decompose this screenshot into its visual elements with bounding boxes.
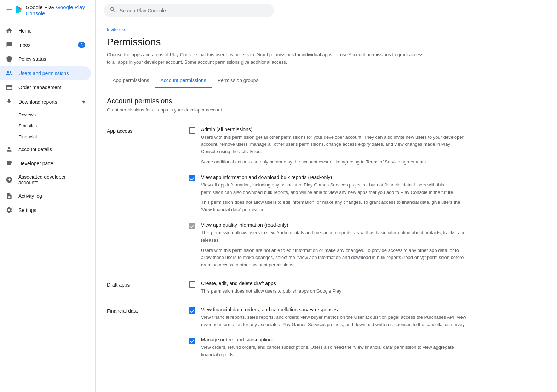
checkbox-draft-apps-box[interactable] [189,281,195,288]
policy-icon [6,56,13,63]
sidebar-item-policy-status[interactable]: Policy status [0,52,91,66]
permission-items-app-access: Admin (all permissions) Users with this … [189,127,546,269]
permission-label-admin: Admin (all permissions) [201,127,466,132]
permission-desc-view-app-info: View all app information, including any … [201,181,466,196]
sidebar-label-download: Download reports [18,99,57,105]
permission-item-view-app-info: View app information and download bulk r… [189,174,546,214]
inbox-badge: 3 [78,42,85,48]
permission-label-view-financial: View financial data, orders, and cancell… [201,307,466,312]
users-icon [6,70,13,77]
sidebar-label-account: Account details [18,146,52,152]
tab-permission-groups[interactable]: Permission groups [212,73,264,88]
checkbox-admin-box[interactable] [189,127,195,134]
sidebar-item-developer-page[interactable]: Developer page [0,156,91,171]
sidebar-label-policy: Policy status [18,56,46,62]
app-title: Google Play Google Play Console [25,4,90,16]
checkbox-view-financial[interactable] [189,307,195,329]
page-title: Permissions [107,36,546,48]
group-label-app-access: App access [107,127,178,269]
sidebar-label-statistics: Statistics [18,123,37,128]
permission-item-view-quality: View app quality information (read-only)… [189,222,546,269]
permission-tabs: App permissions Account permissions Perm… [107,73,546,88]
permission-label-view-quality: View app quality information (read-only) [201,222,466,228]
tab-account-permissions[interactable]: Account permissions [155,73,212,88]
logo-area[interactable]: Google Play Google Play Console [16,4,90,16]
account-icon [6,146,13,153]
inbox-icon [6,41,13,48]
order-icon [6,84,13,91]
sidebar-label-inbox: Inbox [18,42,30,48]
permission-desc-view-quality: This permission allows users to view And… [201,229,466,244]
permission-items-financial: View financial data, orders, and cancell… [189,307,546,359]
sidebar-item-account-details[interactable]: Account details [0,142,91,156]
sidebar-item-reviews[interactable]: Reviews [0,109,95,120]
sidebar-item-home[interactable]: Home [0,24,91,38]
page-description: Choose the apps and areas of Play Consol… [107,51,425,66]
permission-group-draft-apps: Draft apps Create, edit, and delete draf… [107,275,546,301]
sidebar-item-users-permissions[interactable]: Users and permissions [0,66,91,80]
sidebar-label-users: Users and permissions [18,70,69,76]
permission-group-financial: Financial data View financial data, orde… [107,301,546,364]
search-box[interactable] [104,4,274,17]
sidebar-label-associated: Associated developer accounts [18,174,85,185]
permission-extra-admin: Some additional actions can only be done… [201,158,466,166]
permission-item-draft-apps: Create, edit, and delete draft apps This… [189,281,546,295]
expand-icon: ▾ [82,98,85,106]
checkbox-manage-orders-box[interactable] [189,338,195,344]
tab-app-permissions[interactable]: App permissions [107,73,155,88]
permission-item-manage-orders: Manage orders and subscriptions View ord… [189,337,546,359]
checkbox-draft-apps[interactable] [189,281,195,295]
activity-icon [6,192,13,200]
sidebar-label-reviews: Reviews [18,112,36,117]
permission-items-draft-apps: Create, edit, and delete draft apps This… [189,281,546,295]
sidebar-header: Google Play Google Play Console [0,0,95,21]
checkbox-view-quality-box[interactable] [189,223,195,229]
sidebar-item-financial[interactable]: Financial [0,131,95,142]
permission-group-app-access: App access Admin (all permissions) Users… [107,121,546,275]
permission-desc-manage-orders: View orders, refund orders, and cancel s… [201,344,466,359]
section-description: Grant permissions for all apps in your d… [107,107,546,113]
main-content: Invite user Permissions Choose the apps … [96,0,557,392]
topbar [96,0,557,21]
section-title: Account permissions [107,97,546,105]
permission-item-admin: Admin (all permissions) Users with this … [189,127,546,166]
breadcrumb[interactable]: Invite user [107,21,546,34]
permission-desc-draft-apps: This permission does not allow users to … [201,288,341,295]
sidebar-item-activity-log[interactable]: Activity log [0,189,91,203]
permission-item-view-financial: View financial data, orders, and cancell… [189,307,546,329]
checkbox-view-app-info-box[interactable] [189,175,195,181]
checkbox-admin[interactable] [189,127,195,166]
permission-extra-view-quality: Users with this permission are not able … [201,247,466,269]
google-play-logo-icon [16,5,23,15]
settings-icon [6,207,13,214]
sidebar-label-activity: Activity log [18,193,42,199]
sidebar-label-order: Order management [18,85,61,90]
sidebar-label-developer: Developer page [18,161,53,166]
sidebar-item-download-reports[interactable]: Download reports ▾ [0,94,91,109]
developer-icon [6,160,13,167]
checkbox-manage-orders[interactable] [189,338,195,359]
permission-label-draft-apps: Create, edit, and delete draft apps [201,281,341,286]
hamburger-menu-icon[interactable] [6,6,13,15]
sidebar-label-financial: Financial [18,134,37,139]
sidebar: Google Play Google Play Console Home Inb… [0,0,96,392]
permission-label-manage-orders: Manage orders and subscriptions [201,337,466,342]
checkbox-view-quality[interactable] [189,223,195,269]
sidebar-item-associated-dev-accounts[interactable]: Associated developer accounts [0,171,91,189]
sidebar-item-inbox[interactable]: Inbox 3 [0,38,91,52]
group-label-financial: Financial data [107,307,178,359]
checkbox-view-app-info[interactable] [189,175,195,214]
search-icon [110,6,116,15]
permission-label-view-app-info: View app information and download bulk r… [201,174,466,180]
permission-desc-admin: Users with this permission get all other… [201,134,466,156]
checkbox-view-financial-box[interactable] [189,307,195,314]
group-label-draft-apps: Draft apps [107,281,178,295]
associated-icon [6,176,13,183]
sidebar-item-settings[interactable]: Settings [0,203,91,217]
sidebar-item-statistics[interactable]: Statistics [0,120,95,131]
home-icon [6,27,13,34]
sidebar-item-order-management[interactable]: Order management [0,80,91,94]
permission-extra-view-app-info: This permission does not allow users to … [201,199,466,214]
search-input[interactable] [120,8,268,13]
content-area: Invite user Permissions Choose the apps … [96,21,557,392]
